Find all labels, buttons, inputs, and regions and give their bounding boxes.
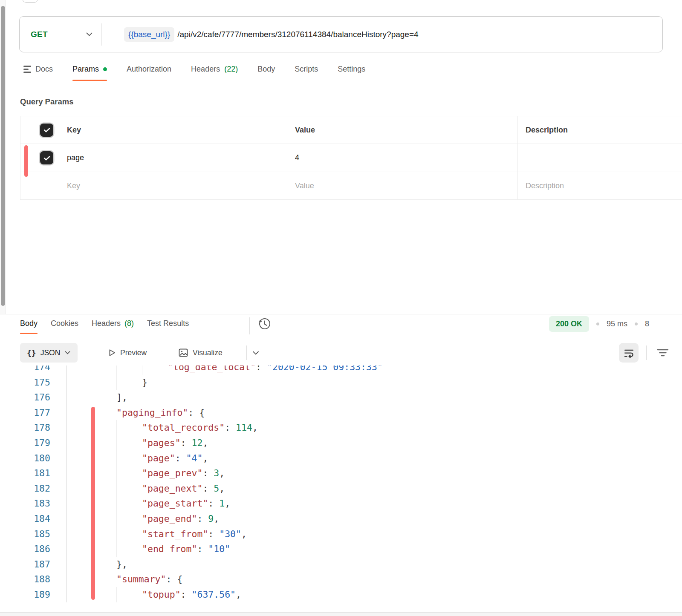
line-number: 185 <box>0 527 50 542</box>
response-size-clipped: 8 <box>645 320 649 328</box>
code-line: 185"start_from": "30", <box>0 527 682 542</box>
tab-docs[interactable]: Docs <box>23 65 53 81</box>
code-line: 183"page_start": 1, <box>0 496 682 511</box>
filter-results-button[interactable] <box>656 343 669 363</box>
code-line: 182"page_next": 5, <box>0 481 682 496</box>
toolbar-divider <box>246 345 247 360</box>
wrap-text-button[interactable] <box>619 343 639 363</box>
tab-label: Cookies <box>51 319 78 328</box>
tab-label: Settings <box>338 65 365 74</box>
modified-row-marker <box>24 145 28 177</box>
row-checkbox[interactable] <box>40 151 53 164</box>
response-tab-headers[interactable]: Headers (8) <box>92 319 134 334</box>
select-all-checkbox[interactable] <box>40 124 53 137</box>
chevron-down-icon <box>86 32 93 37</box>
response-history-button[interactable] <box>257 316 272 331</box>
tab-params[interactable]: Params <box>72 65 107 81</box>
line-number: 187 <box>0 557 50 572</box>
tab-label: Body <box>20 319 38 328</box>
filter-icon <box>656 347 669 359</box>
check-icon <box>43 126 51 134</box>
json-response-viewer[interactable]: 174"log_date_local": "2020-02-15 09:33:3… <box>0 366 682 612</box>
response-tab-test-results[interactable]: Test Results <box>147 319 189 334</box>
response-panel-divider <box>0 314 682 314</box>
request-url-bar: GET {{base_url}} /api/v2/cafe/7777/membe… <box>19 16 663 52</box>
line-number: 179 <box>0 435 50 451</box>
response-headers-count: (8) <box>124 319 134 328</box>
table-row: page 4 <box>20 144 682 172</box>
request-panel-scrollbar-thumb[interactable] <box>1 6 5 306</box>
url-input[interactable]: {{base_url}} /api/v2/cafe/7777/members/3… <box>102 27 662 42</box>
tab-label: Test Results <box>147 319 189 328</box>
code-line: 188"summary": { <box>0 572 682 587</box>
tab-headers[interactable]: Headers (22) <box>191 65 238 81</box>
separator-dot <box>635 322 638 325</box>
chevron-down-icon <box>64 351 71 355</box>
column-header-key: Key <box>59 116 287 144</box>
line-number: 184 <box>0 511 50 527</box>
line-number: 177 <box>0 405 50 420</box>
tab-body[interactable]: Body <box>257 65 275 81</box>
line-number: 183 <box>0 496 50 511</box>
table-empty-row: Key Value Description <box>20 172 682 200</box>
unsaved-changes-dot <box>103 67 107 71</box>
response-tabs-divider <box>249 317 250 334</box>
line-number: 181 <box>0 466 50 481</box>
method-label: GET <box>31 30 48 39</box>
preview-label: Preview <box>120 348 147 357</box>
body-format-dropdown[interactable]: {} JSON <box>20 343 78 363</box>
code-line: 189"topup": "637.56", <box>0 587 682 602</box>
code-line: 176], <box>0 390 682 405</box>
url-path-text: /api/v2/cafe/7777/members/312076114384/b… <box>177 30 418 39</box>
tab-label: Authorization <box>127 65 171 74</box>
environment-variable-chip[interactable]: {{base_url}} <box>124 27 174 42</box>
tab-authorization[interactable]: Authorization <box>127 65 171 81</box>
table-header-row: Key Value Description <box>20 116 682 144</box>
param-key-cell[interactable]: page <box>59 144 287 172</box>
response-time: 95 ms <box>607 320 627 328</box>
request-tabs: Docs Params Authorization Headers (22) B… <box>23 65 365 81</box>
request-panel-scrollbar-track <box>0 0 6 314</box>
line-number: 182 <box>0 481 50 496</box>
line-number: 175 <box>0 375 50 390</box>
toolbar-divider <box>646 345 647 360</box>
tab-label: Headers <box>191 65 220 74</box>
code-line: 175} <box>0 375 682 390</box>
tab-label: Docs <box>35 65 53 74</box>
value-placeholder[interactable]: Value <box>287 172 517 199</box>
response-tab-body[interactable]: Body <box>20 319 38 334</box>
response-status-area: 200 OK 95 ms 8 <box>549 316 649 332</box>
clipped-top-button <box>22 0 38 3</box>
code-line: 178"total_records": 114, <box>0 420 682 435</box>
tab-scripts[interactable]: Scripts <box>295 65 318 81</box>
more-formats-chevron[interactable] <box>252 343 259 363</box>
line-number: 189 <box>0 587 50 602</box>
play-icon <box>108 348 116 357</box>
separator-dot <box>596 322 599 325</box>
history-clock-icon <box>257 316 272 331</box>
code-line: 186"end_from": "10" <box>0 541 682 557</box>
column-header-value: Value <box>287 116 517 144</box>
wrap-text-icon <box>623 347 635 359</box>
key-placeholder[interactable]: Key <box>59 172 287 199</box>
image-icon <box>178 348 188 357</box>
highlight-marker-bar <box>91 407 95 600</box>
column-header-description: Description <box>517 116 682 144</box>
param-value-cell[interactable]: 4 <box>287 144 517 172</box>
code-line: 179"pages": 12, <box>0 435 682 451</box>
code-line: 184"page_end": 9, <box>0 511 682 527</box>
param-description-cell[interactable] <box>517 144 682 172</box>
tab-label: Params <box>72 65 99 74</box>
description-placeholder[interactable]: Description <box>517 172 682 199</box>
code-line: 181"page_prev": 3, <box>0 466 682 481</box>
code-line: 180"page": "4", <box>0 451 682 466</box>
tab-label: Body <box>257 65 275 74</box>
response-tab-cookies[interactable]: Cookies <box>51 319 78 334</box>
tab-settings[interactable]: Settings <box>338 65 365 81</box>
method-selector[interactable]: GET <box>20 17 101 52</box>
line-number: 176 <box>0 390 50 405</box>
preview-button[interactable]: Preview <box>108 343 147 363</box>
code-line: 177"paging_info": { <box>0 405 682 420</box>
visualize-button[interactable]: Visualize <box>178 343 223 363</box>
clipped-footer-bar <box>0 612 682 616</box>
